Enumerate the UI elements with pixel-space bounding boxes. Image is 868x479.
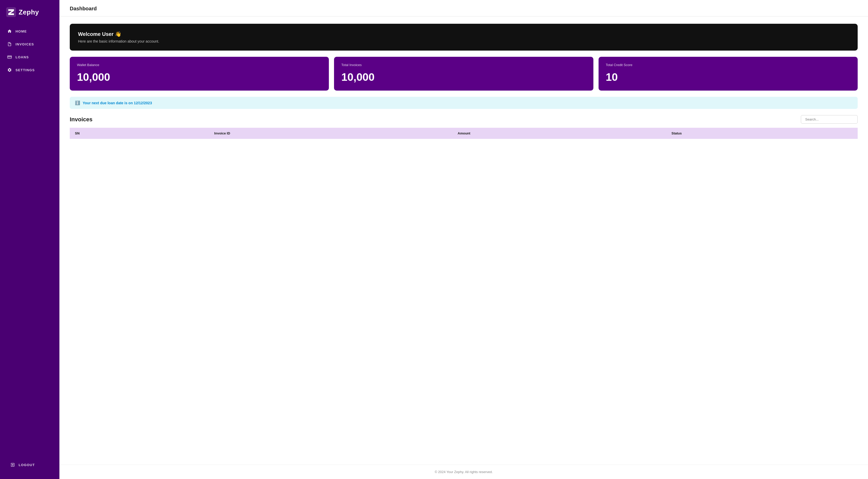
wallet-balance-label: Wallet Balance: [77, 63, 322, 67]
loans-icon: [7, 55, 12, 59]
invoices-title: Invoices: [70, 116, 92, 123]
sidebar-label-home: HOME: [16, 29, 27, 33]
table-header-row: SN Invoice ID Amount Status: [70, 128, 858, 139]
total-invoices-value: 10,000: [341, 71, 586, 83]
content-area: Welcome User 👋 Here are the basic inform…: [59, 16, 868, 465]
footer: © 2024 Your Zephy. All rights reserved.: [59, 465, 868, 479]
total-invoices-card: Total Invoices 10,000: [334, 57, 593, 91]
stats-grid: Wallet Balance 10,000 Total Invoices 10,…: [70, 57, 858, 91]
logout-icon: [10, 463, 15, 467]
col-invoice-id: Invoice ID: [209, 128, 452, 139]
wallet-balance-value: 10,000: [77, 71, 322, 83]
search-input[interactable]: [801, 115, 858, 124]
table-header: SN Invoice ID Amount Status: [70, 128, 858, 139]
welcome-subtitle: Here are the basic information about you…: [78, 39, 849, 43]
home-icon: [7, 29, 12, 34]
invoices-icon: [7, 42, 12, 46]
invoices-section: Invoices SN Invoice ID Amount Status: [70, 115, 858, 139]
sidebar-label-settings: SETTINGS: [16, 68, 35, 72]
total-invoices-label: Total Invoices: [341, 63, 586, 67]
sidebar-item-settings[interactable]: SETTINGS: [3, 64, 56, 76]
loan-notice: ℹ️ Your next due loan date is on 12/12/2…: [70, 97, 858, 109]
loan-notice-text: Your next due loan date is on 12/12/2023: [83, 101, 152, 105]
logo-icon: [6, 7, 16, 17]
invoices-header: Invoices: [70, 115, 858, 124]
sidebar-item-loans[interactable]: LOANS: [3, 51, 56, 63]
sidebar-label-invoices: INVOICES: [16, 42, 34, 46]
logo: Zephy: [0, 0, 59, 25]
col-sn: SN: [70, 128, 209, 139]
svg-rect-3: [8, 57, 11, 57]
sidebar-item-home[interactable]: HOME: [3, 25, 56, 37]
col-amount: Amount: [453, 128, 666, 139]
footer-text: © 2024 Your Zephy. All rights reserved.: [435, 470, 493, 474]
credit-score-card: Total Credit Score 10: [598, 57, 858, 91]
sidebar-nav: HOME INVOICES LOANS SETTINGS: [0, 25, 59, 453]
settings-icon: [7, 68, 12, 72]
sidebar-item-invoices[interactable]: INVOICES: [3, 38, 56, 50]
logo-text: Zephy: [19, 8, 39, 16]
credit-score-value: 10: [606, 71, 850, 83]
page-title: Dashboard: [70, 6, 858, 12]
sidebar-bottom: LOGOUT: [0, 453, 59, 479]
credit-score-label: Total Credit Score: [606, 63, 850, 67]
col-status: Status: [666, 128, 858, 139]
page-header: Dashboard: [59, 0, 868, 16]
welcome-banner: Welcome User 👋 Here are the basic inform…: [70, 24, 858, 50]
sidebar: Zephy HOME INVOICES LOANS: [0, 0, 59, 479]
logout-button[interactable]: LOGOUT: [6, 459, 53, 471]
invoice-table: SN Invoice ID Amount Status: [70, 128, 858, 139]
sidebar-label-loans: LOANS: [16, 55, 29, 59]
wallet-balance-card: Wallet Balance 10,000: [70, 57, 329, 91]
logout-label: LOGOUT: [19, 463, 35, 467]
welcome-title: Welcome User 👋: [78, 31, 849, 37]
main-content: Dashboard Welcome User 👋 Here are the ba…: [59, 0, 868, 479]
info-icon: ℹ️: [75, 100, 80, 105]
